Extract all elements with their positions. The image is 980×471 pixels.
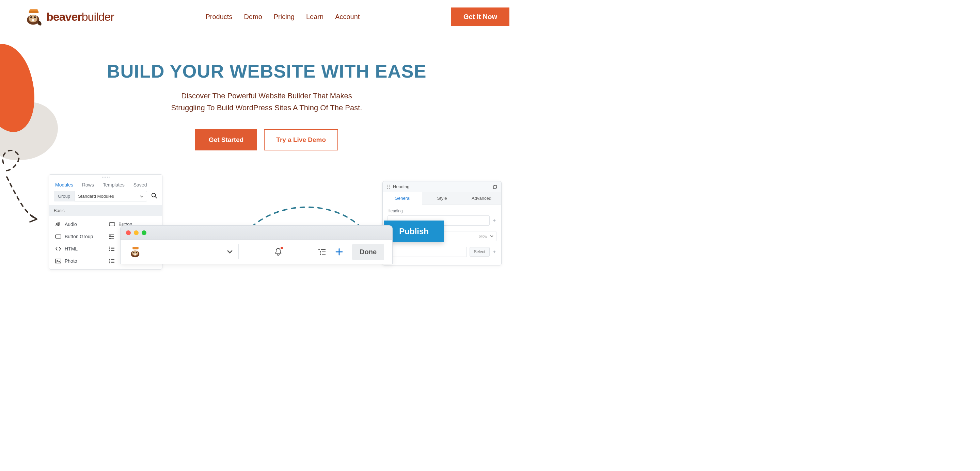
list-icon [109, 234, 115, 239]
window-close-icon[interactable] [126, 230, 131, 235]
svg-point-41 [133, 252, 135, 253]
search-icon[interactable] [151, 193, 158, 200]
svg-line-8 [155, 197, 157, 198]
svg-rect-40 [132, 247, 138, 249]
svg-rect-12 [111, 235, 114, 235]
drag-dots-icon[interactable] [387, 184, 390, 189]
group-select[interactable]: Standard Modules [74, 191, 147, 201]
beaver-mascot-icon [24, 7, 44, 27]
nav-learn[interactable]: Learn [306, 13, 323, 21]
hero-headline: BUILD YOUR WEBSITE WITH EASE [7, 60, 527, 82]
settings-tab-style[interactable]: Style [422, 192, 462, 205]
beaver-mascot-icon [129, 245, 142, 258]
add-icon[interactable]: ✦ [492, 249, 496, 255]
module-audio[interactable]: Audio [54, 218, 103, 230]
svg-rect-30 [111, 262, 115, 263]
svg-rect-37 [493, 186, 496, 189]
product-showcase: Modules Rows Templates Saved Group Stand… [45, 174, 488, 276]
svg-point-25 [109, 259, 110, 260]
bullet-list-icon [109, 258, 115, 263]
decor-arrow-left [0, 143, 51, 232]
hero-subhead: Discover The Powerful Website Builder Th… [7, 90, 527, 114]
brand-logo[interactable]: beaverbuilder [24, 7, 114, 27]
module-photo[interactable]: Photo [54, 255, 103, 267]
bell-icon[interactable] [274, 247, 282, 256]
bullet-list-icon [109, 246, 115, 251]
svg-point-21 [109, 250, 110, 251]
svg-point-29 [109, 262, 110, 263]
tab-modules[interactable]: Modules [55, 182, 73, 187]
svg-point-24 [57, 260, 58, 261]
svg-point-42 [136, 252, 137, 253]
svg-point-44 [318, 249, 320, 250]
module-category-basic: Basic [49, 205, 162, 216]
svg-point-7 [152, 193, 156, 197]
get-it-now-button[interactable]: Get It Now [451, 8, 509, 26]
svg-rect-14 [111, 236, 114, 237]
window-minimize-icon[interactable] [134, 230, 138, 235]
svg-point-4 [30, 16, 32, 18]
code-icon [55, 247, 61, 251]
svg-point-32 [389, 185, 390, 186]
window-maximize-icon[interactable] [142, 230, 146, 235]
svg-point-5 [34, 16, 36, 18]
chevron-down-icon[interactable] [227, 249, 233, 255]
button-icon [109, 222, 115, 226]
field-label-heading: Heading [388, 209, 496, 213]
select-button[interactable]: Select [469, 247, 490, 257]
module-html[interactable]: HTML [54, 243, 103, 255]
notification-dot-icon [281, 247, 283, 249]
nav-account[interactable]: Account [335, 13, 360, 21]
settings-title: Heading [393, 184, 409, 189]
module-button-group[interactable]: Button Group [54, 230, 103, 243]
svg-rect-11 [109, 235, 111, 236]
tab-saved[interactable]: Saved [134, 182, 147, 187]
svg-rect-20 [111, 249, 115, 249]
svg-rect-18 [111, 247, 115, 247]
svg-rect-3 [29, 11, 39, 13]
svg-point-31 [387, 185, 388, 186]
tab-templates[interactable]: Templates [103, 182, 125, 187]
svg-rect-26 [111, 259, 115, 260]
primary-nav: Products Demo Pricing Learn Account [205, 13, 360, 21]
outline-icon[interactable] [318, 249, 326, 255]
add-icon[interactable] [335, 248, 343, 256]
svg-rect-16 [111, 238, 114, 239]
done-button[interactable]: Done [352, 244, 384, 260]
svg-rect-49 [322, 254, 326, 255]
svg-point-19 [109, 249, 110, 249]
svg-rect-10 [56, 235, 61, 238]
svg-rect-6 [32, 19, 34, 21]
group-label: Group [54, 191, 74, 201]
nav-demo[interactable]: Demo [244, 13, 262, 21]
nav-pricing[interactable]: Pricing [274, 13, 294, 21]
brand-wordmark: beaverbuilder [46, 10, 114, 24]
hero-section: BUILD YOUR WEBSITE WITH EASE Discover Th… [0, 30, 533, 164]
svg-point-34 [389, 187, 390, 187]
window-restore-icon[interactable] [493, 185, 497, 189]
settings-tab-general[interactable]: General [383, 192, 422, 205]
svg-point-27 [109, 261, 110, 262]
settings-tab-advanced[interactable]: Advanced [462, 192, 501, 205]
svg-rect-47 [322, 252, 326, 252]
svg-rect-15 [109, 238, 111, 239]
get-started-button[interactable]: Get Started [195, 129, 257, 151]
audio-icon [55, 222, 61, 227]
svg-rect-43 [135, 254, 136, 255]
svg-rect-13 [109, 236, 111, 237]
browser-window-mock: Done [120, 225, 393, 264]
svg-point-36 [389, 188, 390, 189]
svg-point-35 [387, 188, 388, 189]
media-input[interactable] [388, 247, 467, 257]
nav-products[interactable]: Products [205, 13, 232, 21]
svg-point-33 [387, 187, 388, 187]
button-group-icon [55, 235, 61, 239]
chevron-down-icon [490, 235, 493, 238]
try-live-demo-button[interactable]: Try a Live Demo [264, 129, 338, 151]
svg-point-48 [320, 254, 321, 255]
tab-rows[interactable]: Rows [82, 182, 94, 187]
add-icon[interactable]: ✦ [492, 218, 496, 223]
svg-point-46 [320, 251, 321, 252]
publish-badge[interactable]: Publish [384, 220, 444, 242]
window-titlebar [121, 226, 392, 240]
